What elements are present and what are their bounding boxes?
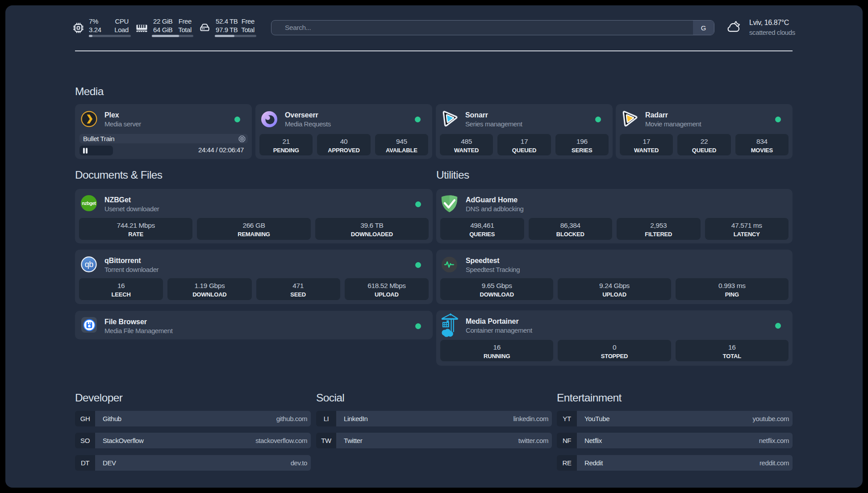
svg-text:qb: qb	[85, 260, 94, 269]
svg-text:nzbget: nzbget	[82, 201, 96, 206]
